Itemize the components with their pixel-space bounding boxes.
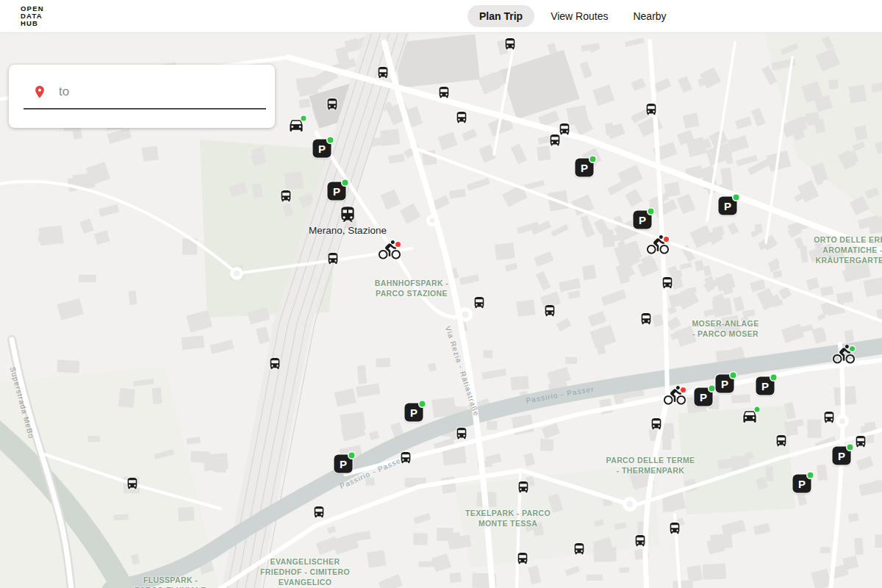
bus-icon: [775, 434, 789, 448]
parking-marker[interactable]: P: [756, 377, 775, 395]
bus-icon: [326, 98, 340, 112]
status-dot-green: [771, 375, 777, 381]
bus-icon: [548, 134, 562, 148]
park-label: BAHNHOFSPARK -PARCO STAZIONE: [375, 278, 449, 298]
status-dot-green: [328, 137, 334, 143]
status-dot-red: [664, 237, 669, 242]
bus-stop-marker[interactable]: [455, 427, 469, 441]
bus-stop-marker[interactable]: [822, 411, 836, 425]
destination-field: [24, 85, 266, 110]
car-sharing-marker[interactable]: [288, 117, 305, 134]
bus-icon: [455, 111, 469, 125]
bus-stop-marker[interactable]: [543, 304, 557, 318]
status-dot-green: [808, 473, 814, 478]
bike-sharing-marker[interactable]: [647, 234, 669, 256]
bus-stop-marker[interactable]: [650, 417, 664, 431]
bus-stop-marker[interactable]: [437, 86, 451, 100]
bus-stop-marker[interactable]: [268, 357, 282, 371]
park-label: EVANGELISCHERFRIEDHOF - CIMITEROEVANGELI…: [260, 556, 350, 588]
parking-icon: P: [405, 404, 423, 422]
bus-stop-marker[interactable]: [645, 103, 659, 117]
status-dot-green: [734, 195, 739, 201]
bus-stop-marker[interactable]: [516, 552, 530, 566]
bus-stop-marker[interactable]: [854, 435, 868, 449]
parking-marker[interactable]: P: [719, 197, 737, 215]
train-station-marker[interactable]: [338, 205, 357, 224]
bus-icon: [455, 427, 469, 441]
parking-icon: P: [793, 475, 811, 493]
bus-stop-marker[interactable]: [376, 66, 390, 80]
parking-icon: P: [756, 377, 775, 395]
open-data-hub-logo[interactable]: OPEN DATA HUB: [21, 5, 44, 27]
nav-tab-plan-trip[interactable]: Plan Trip: [467, 5, 534, 27]
bike-sharing-marker[interactable]: [664, 384, 686, 406]
parking-icon: P: [833, 447, 851, 465]
bus-icon: [126, 477, 140, 491]
bus-stop-marker[interactable]: [573, 542, 587, 556]
bus-icon: [376, 66, 390, 80]
bike-sharing-marker[interactable]: [379, 239, 401, 261]
bus-stop-marker[interactable]: [455, 111, 469, 125]
status-dot-green: [648, 209, 654, 215]
bus-icon: [639, 312, 653, 326]
header: OPEN DATA HUB Plan TripView RoutesNearby: [0, 0, 882, 33]
parking-marker[interactable]: P: [793, 475, 811, 493]
bus-stop-marker[interactable]: [548, 134, 562, 148]
bus-icon: [437, 86, 451, 100]
bus-icon: [517, 481, 531, 495]
bus-stop-marker[interactable]: [279, 190, 293, 204]
bus-stop-marker[interactable]: [634, 534, 648, 548]
park-label: PARCO DELLE TERME- THERMENPARK: [606, 455, 695, 476]
parking-icon: P: [313, 140, 331, 158]
park-label: TEXELPARK - PARCOMONTE TESSA: [465, 508, 551, 528]
parking-icon: P: [695, 388, 713, 406]
main-nav: Plan TripView RoutesNearby: [467, 0, 675, 32]
status-dot-green: [301, 116, 306, 121]
bus-stop-marker[interactable]: [639, 312, 653, 326]
car-sharing-marker[interactable]: [742, 408, 759, 425]
parking-icon: P: [719, 197, 737, 215]
map-canvas[interactable]: BAHNHOFSPARK -PARCO STAZIONEORTO DELLE E…: [0, 0, 882, 588]
bus-icon: [326, 252, 340, 266]
parking-marker[interactable]: P: [313, 140, 331, 158]
park-label: ORTO DELLE ERBEAROMATICHE -KRÄUTERGARTEN: [814, 234, 882, 266]
bus-stop-marker[interactable]: [326, 252, 340, 266]
bus-icon: [650, 417, 664, 431]
park-label: MOSER-ANLAGE- PARCO MOSER: [692, 318, 759, 339]
bus-stop-marker[interactable]: [326, 98, 340, 112]
bus-icon: [668, 522, 682, 536]
parking-marker[interactable]: P: [833, 447, 851, 465]
parking-icon: P: [576, 159, 594, 177]
parking-marker[interactable]: P: [716, 375, 734, 393]
bus-icon: [503, 37, 517, 51]
bike-sharing-marker[interactable]: [833, 343, 855, 365]
status-dot-green: [349, 453, 355, 459]
parking-marker[interactable]: P: [634, 211, 652, 229]
bus-stop-marker[interactable]: [668, 522, 682, 536]
bus-icon: [661, 276, 675, 290]
parking-marker[interactable]: P: [405, 404, 423, 422]
parking-icon: P: [634, 211, 652, 229]
nav-tab-view-routes[interactable]: View Routes: [542, 5, 617, 27]
parking-marker[interactable]: P: [695, 388, 713, 406]
bus-stop-marker[interactable]: [312, 506, 326, 520]
bus-stop-marker[interactable]: [503, 37, 517, 51]
parking-marker[interactable]: P: [328, 182, 346, 201]
bus-stop-marker[interactable]: [661, 276, 675, 290]
bus-icon: [473, 296, 487, 310]
bus-icon: [854, 435, 868, 449]
bus-stop-marker[interactable]: [473, 296, 487, 310]
bus-icon: [279, 190, 293, 204]
parking-marker[interactable]: P: [334, 455, 353, 473]
bus-stop-marker[interactable]: [126, 477, 140, 491]
destination-input[interactable]: [59, 85, 266, 99]
train-icon: [338, 205, 357, 224]
status-dot-green: [731, 373, 736, 379]
parking-icon: P: [334, 455, 353, 473]
bus-stop-marker[interactable]: [517, 481, 531, 495]
logo-line: HUB: [21, 20, 44, 27]
bus-stop-marker[interactable]: [775, 434, 789, 448]
parking-marker[interactable]: P: [576, 159, 594, 177]
nav-tab-nearby[interactable]: Nearby: [624, 5, 675, 27]
bus-stop-marker[interactable]: [399, 451, 413, 465]
